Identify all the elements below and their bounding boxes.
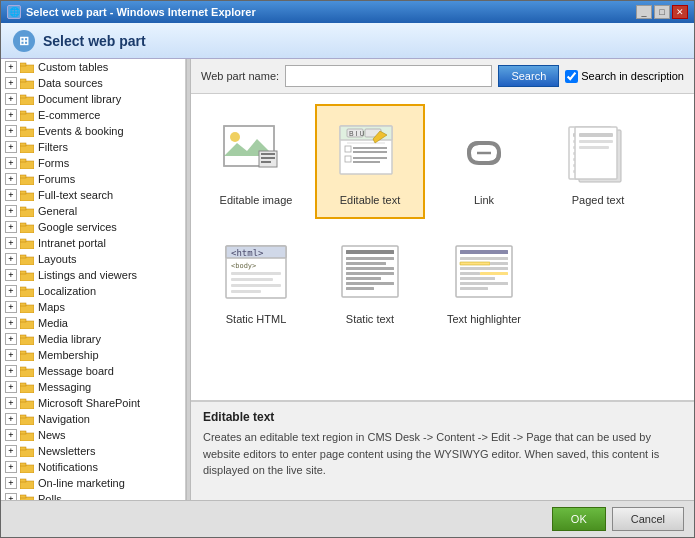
sidebar-item-maps[interactable]: + Maps (1, 299, 185, 315)
sidebar-item-intranet-portal[interactable]: + Intranet portal (1, 235, 185, 251)
maximize-button[interactable]: □ (654, 5, 670, 19)
close-button[interactable]: ✕ (672, 5, 688, 19)
sidebar-item-messaging[interactable]: + Messaging (1, 379, 185, 395)
expand-icon[interactable]: + (5, 253, 17, 265)
webpart-item-link[interactable]: Link (429, 104, 539, 219)
search-bar: Web part name: Search Search in descript… (191, 59, 694, 94)
expand-icon[interactable]: + (5, 365, 17, 377)
svg-rect-43 (20, 399, 26, 402)
dialog-header: ⊞ Select web part (1, 23, 694, 59)
expand-icon[interactable]: + (5, 317, 17, 329)
webpart-item-editable-image[interactable]: Editable image (201, 104, 311, 219)
webpart-item-paged-text[interactable]: Paged text (543, 104, 653, 219)
sidebar-item-newsletters[interactable]: + Newsletters (1, 443, 185, 459)
sidebar-item-media-library[interactable]: + Media library (1, 331, 185, 347)
sidebar-item-general[interactable]: + General (1, 203, 185, 219)
sidebar-item-online-marketing[interactable]: + On-line marketing (1, 475, 185, 491)
sidebar-item-forums[interactable]: + Forums (1, 171, 185, 187)
expand-icon[interactable]: + (5, 221, 17, 233)
folder-icon (20, 414, 34, 425)
webpart-item-text-highlighter[interactable]: Text highlighter (429, 223, 539, 338)
minimize-button[interactable]: _ (636, 5, 652, 19)
webpart-name: Link (474, 194, 494, 206)
search-in-desc-checkbox[interactable] (565, 70, 578, 83)
expand-icon[interactable]: + (5, 493, 17, 500)
svg-rect-55 (20, 495, 26, 498)
cancel-button[interactable]: Cancel (612, 507, 684, 531)
folder-icon (20, 110, 34, 121)
sidebar-item-news[interactable]: + News (1, 427, 185, 443)
expand-icon[interactable]: + (5, 445, 17, 457)
sidebar-item-membership[interactable]: + Membership (1, 347, 185, 363)
expand-icon[interactable]: + (5, 157, 17, 169)
sidebar-item-message-board[interactable]: + Message board (1, 363, 185, 379)
folder-icon (20, 494, 34, 501)
sidebar-item-ms-sharepoint[interactable]: + Microsoft SharePoint (1, 395, 185, 411)
sidebar-item-events-booking[interactable]: + Events & booking (1, 123, 185, 139)
sidebar-item-forms[interactable]: + Forms (1, 155, 185, 171)
sidebar-item-notifications[interactable]: + Notifications (1, 459, 185, 475)
main-area: Web part name: Search Search in descript… (191, 59, 694, 500)
sidebar-label: Forums (38, 173, 75, 185)
svg-rect-129 (460, 257, 508, 260)
webpart-item-editable-text[interactable]: B I U Editable text (315, 104, 425, 219)
svg-rect-21 (20, 223, 26, 226)
sidebar-label: Membership (38, 349, 99, 361)
expand-icon[interactable]: + (5, 77, 17, 89)
sidebar-label: Media (38, 317, 68, 329)
text-highlighter-icon (449, 237, 519, 307)
expand-icon[interactable]: + (5, 429, 17, 441)
expand-icon[interactable]: + (5, 381, 17, 393)
webpart-name: Static HTML (226, 313, 287, 325)
expand-icon[interactable]: + (5, 141, 17, 153)
sidebar-item-localization[interactable]: + Localization (1, 283, 185, 299)
expand-icon[interactable]: + (5, 333, 17, 345)
sidebar-label: Microsoft SharePoint (38, 397, 140, 409)
svg-rect-41 (20, 383, 26, 386)
svg-rect-37 (20, 351, 26, 354)
sidebar-item-data-sources[interactable]: + Data sources (1, 75, 185, 91)
svg-rect-138 (460, 287, 488, 290)
sidebar-item-listings-viewers[interactable]: + Listings and viewers (1, 267, 185, 283)
folder-icon (20, 270, 34, 281)
expand-icon[interactable]: + (5, 413, 17, 425)
sidebar-item-document-library[interactable]: + Document library (1, 91, 185, 107)
sidebar-item-fulltext-search[interactable]: + Full-text search (1, 187, 185, 203)
folder-icon (20, 398, 34, 409)
search-button[interactable]: Search (498, 65, 559, 87)
sidebar-item-custom-tables[interactable]: + Custom tables (1, 59, 185, 75)
expand-icon[interactable]: + (5, 61, 17, 73)
expand-icon[interactable]: + (5, 301, 17, 313)
expand-icon[interactable]: + (5, 109, 17, 121)
svg-text:<body>: <body> (231, 262, 256, 270)
expand-icon[interactable]: + (5, 461, 17, 473)
webpart-item-static-html[interactable]: <html> <body> Static HTML (201, 223, 311, 338)
expand-icon[interactable]: + (5, 237, 17, 249)
expand-icon[interactable]: + (5, 125, 17, 137)
svg-rect-130 (460, 262, 490, 265)
svg-rect-11 (20, 143, 26, 146)
expand-icon[interactable]: + (5, 173, 17, 185)
search-input[interactable] (285, 65, 492, 87)
expand-icon[interactable]: + (5, 285, 17, 297)
sidebar-item-polls[interactable]: + Polls (1, 491, 185, 500)
sidebar-item-filters[interactable]: + Filters (1, 139, 185, 155)
sidebar-item-layouts[interactable]: + Layouts (1, 251, 185, 267)
expand-icon[interactable]: + (5, 205, 17, 217)
expand-icon[interactable]: + (5, 189, 17, 201)
expand-icon[interactable]: + (5, 269, 17, 281)
expand-icon[interactable]: + (5, 397, 17, 409)
expand-icon[interactable]: + (5, 349, 17, 361)
expand-icon[interactable]: + (5, 93, 17, 105)
sidebar-item-google-services[interactable]: + Google services (1, 219, 185, 235)
sidebar-item-navigation[interactable]: + Navigation (1, 411, 185, 427)
dialog-title: Select web part (43, 33, 146, 49)
sidebar-label: Forms (38, 157, 69, 169)
sidebar-item-e-commerce[interactable]: + E-commerce (1, 107, 185, 123)
svg-rect-114 (231, 272, 281, 275)
ok-button[interactable]: OK (552, 507, 606, 531)
expand-icon[interactable]: + (5, 477, 17, 489)
sidebar-item-media[interactable]: + Media (1, 315, 185, 331)
sidebar-label: Localization (38, 285, 96, 297)
webpart-item-static-text[interactable]: Static text (315, 223, 425, 338)
